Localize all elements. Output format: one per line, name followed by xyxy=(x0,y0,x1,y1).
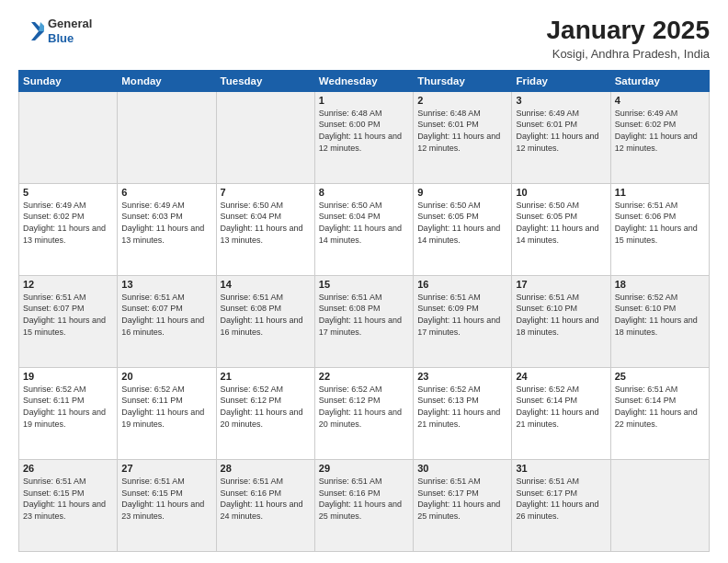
logo-text: General Blue xyxy=(48,17,92,45)
day-number: 18 xyxy=(615,279,705,290)
title-block: January 2025 Kosigi, Andhra Pradesh, Ind… xyxy=(547,17,710,61)
day-info: Sunrise: 6:51 AM Sunset: 6:08 PM Dayligh… xyxy=(319,292,409,338)
calendar-cell: 5Sunrise: 6:49 AM Sunset: 6:02 PM Daylig… xyxy=(19,183,118,275)
day-number: 26 xyxy=(23,463,113,474)
calendar-cell: 31Sunrise: 6:51 AM Sunset: 6:17 PM Dayli… xyxy=(512,459,610,551)
calendar-cell: 4Sunrise: 6:49 AM Sunset: 6:02 PM Daylig… xyxy=(610,91,709,183)
calendar-cell: 26Sunrise: 6:51 AM Sunset: 6:15 PM Dayli… xyxy=(19,459,118,551)
day-info: Sunrise: 6:50 AM Sunset: 6:04 PM Dayligh… xyxy=(221,200,311,246)
calendar-cell: 13Sunrise: 6:51 AM Sunset: 6:07 PM Dayli… xyxy=(118,275,216,367)
day-number: 2 xyxy=(417,95,507,106)
day-info: Sunrise: 6:48 AM Sunset: 6:01 PM Dayligh… xyxy=(417,108,507,154)
calendar-cell: 12Sunrise: 6:51 AM Sunset: 6:07 PM Dayli… xyxy=(19,275,118,367)
day-info: Sunrise: 6:51 AM Sunset: 6:07 PM Dayligh… xyxy=(23,292,113,338)
day-number: 5 xyxy=(23,187,113,198)
logo: General Blue xyxy=(18,17,92,45)
col-header-sunday: Sunday xyxy=(19,70,118,91)
calendar-week-row: 19Sunrise: 6:52 AM Sunset: 6:11 PM Dayli… xyxy=(19,367,710,459)
day-info: Sunrise: 6:51 AM Sunset: 6:10 PM Dayligh… xyxy=(516,292,606,338)
page: General Blue January 2025 Kosigi, Andhra… xyxy=(0,0,728,563)
day-info: Sunrise: 6:50 AM Sunset: 6:04 PM Dayligh… xyxy=(319,200,409,246)
day-number: 10 xyxy=(516,187,606,198)
calendar-cell: 14Sunrise: 6:51 AM Sunset: 6:08 PM Dayli… xyxy=(216,275,314,367)
day-number: 23 xyxy=(417,371,507,382)
calendar-cell: 2Sunrise: 6:48 AM Sunset: 6:01 PM Daylig… xyxy=(414,91,512,183)
calendar-cell: 6Sunrise: 6:49 AM Sunset: 6:03 PM Daylig… xyxy=(118,183,216,275)
day-number: 15 xyxy=(319,279,409,290)
day-number: 9 xyxy=(417,187,507,198)
day-number: 20 xyxy=(121,371,211,382)
day-info: Sunrise: 6:51 AM Sunset: 6:14 PM Dayligh… xyxy=(615,384,705,430)
day-number: 12 xyxy=(23,279,113,290)
day-info: Sunrise: 6:50 AM Sunset: 6:05 PM Dayligh… xyxy=(417,200,507,246)
calendar-cell xyxy=(216,91,314,183)
day-number: 4 xyxy=(615,95,705,106)
calendar-cell: 28Sunrise: 6:51 AM Sunset: 6:16 PM Dayli… xyxy=(216,459,314,551)
calendar-cell: 20Sunrise: 6:52 AM Sunset: 6:11 PM Dayli… xyxy=(118,367,216,459)
day-number: 27 xyxy=(121,463,211,474)
day-info: Sunrise: 6:51 AM Sunset: 6:17 PM Dayligh… xyxy=(516,476,606,522)
day-info: Sunrise: 6:49 AM Sunset: 6:02 PM Dayligh… xyxy=(23,200,113,246)
calendar-cell: 15Sunrise: 6:51 AM Sunset: 6:08 PM Dayli… xyxy=(314,275,413,367)
col-header-tuesday: Tuesday xyxy=(216,70,314,91)
calendar-cell: 18Sunrise: 6:52 AM Sunset: 6:10 PM Dayli… xyxy=(610,275,709,367)
day-number: 16 xyxy=(417,279,507,290)
month-title: January 2025 xyxy=(547,17,710,45)
calendar-cell: 17Sunrise: 6:51 AM Sunset: 6:10 PM Dayli… xyxy=(512,275,610,367)
day-info: Sunrise: 6:52 AM Sunset: 6:11 PM Dayligh… xyxy=(121,384,211,430)
day-number: 30 xyxy=(417,463,507,474)
day-info: Sunrise: 6:51 AM Sunset: 6:16 PM Dayligh… xyxy=(319,476,409,522)
calendar-cell: 19Sunrise: 6:52 AM Sunset: 6:11 PM Dayli… xyxy=(19,367,118,459)
calendar-cell: 29Sunrise: 6:51 AM Sunset: 6:16 PM Dayli… xyxy=(314,459,413,551)
calendar-cell: 24Sunrise: 6:52 AM Sunset: 6:14 PM Dayli… xyxy=(512,367,610,459)
day-info: Sunrise: 6:51 AM Sunset: 6:16 PM Dayligh… xyxy=(221,476,311,522)
day-number: 13 xyxy=(121,279,211,290)
calendar-week-row: 5Sunrise: 6:49 AM Sunset: 6:02 PM Daylig… xyxy=(19,183,710,275)
day-info: Sunrise: 6:48 AM Sunset: 6:00 PM Dayligh… xyxy=(319,108,409,154)
calendar-cell: 21Sunrise: 6:52 AM Sunset: 6:12 PM Dayli… xyxy=(216,367,314,459)
day-number: 17 xyxy=(516,279,606,290)
day-number: 21 xyxy=(221,371,311,382)
calendar-cell: 8Sunrise: 6:50 AM Sunset: 6:04 PM Daylig… xyxy=(314,183,413,275)
day-info: Sunrise: 6:52 AM Sunset: 6:14 PM Dayligh… xyxy=(516,384,606,430)
col-header-friday: Friday xyxy=(512,70,610,91)
day-number: 19 xyxy=(23,371,113,382)
logo-icon xyxy=(18,18,44,44)
calendar-cell: 1Sunrise: 6:48 AM Sunset: 6:00 PM Daylig… xyxy=(314,91,413,183)
calendar-cell xyxy=(610,459,709,551)
day-info: Sunrise: 6:51 AM Sunset: 6:06 PM Dayligh… xyxy=(615,200,705,246)
calendar-cell: 9Sunrise: 6:50 AM Sunset: 6:05 PM Daylig… xyxy=(414,183,512,275)
calendar-cell: 23Sunrise: 6:52 AM Sunset: 6:13 PM Dayli… xyxy=(414,367,512,459)
day-info: Sunrise: 6:50 AM Sunset: 6:05 PM Dayligh… xyxy=(516,200,606,246)
day-number: 8 xyxy=(319,187,409,198)
day-number: 14 xyxy=(221,279,311,290)
col-header-saturday: Saturday xyxy=(610,70,709,91)
day-info: Sunrise: 6:49 AM Sunset: 6:02 PM Dayligh… xyxy=(615,108,705,154)
calendar-header-row: SundayMondayTuesdayWednesdayThursdayFrid… xyxy=(19,70,710,91)
col-header-wednesday: Wednesday xyxy=(314,70,413,91)
header: General Blue January 2025 Kosigi, Andhra… xyxy=(18,17,710,61)
calendar-week-row: 12Sunrise: 6:51 AM Sunset: 6:07 PM Dayli… xyxy=(19,275,710,367)
day-number: 11 xyxy=(615,187,705,198)
calendar-cell: 3Sunrise: 6:49 AM Sunset: 6:01 PM Daylig… xyxy=(512,91,610,183)
calendar-week-row: 26Sunrise: 6:51 AM Sunset: 6:15 PM Dayli… xyxy=(19,459,710,551)
location: Kosigi, Andhra Pradesh, India xyxy=(547,47,710,61)
day-number: 1 xyxy=(319,95,409,106)
logo-blue: Blue xyxy=(48,31,92,46)
day-number: 25 xyxy=(615,371,705,382)
day-info: Sunrise: 6:49 AM Sunset: 6:03 PM Dayligh… xyxy=(121,200,211,246)
day-info: Sunrise: 6:52 AM Sunset: 6:12 PM Dayligh… xyxy=(221,384,311,430)
day-number: 22 xyxy=(319,371,409,382)
day-number: 3 xyxy=(516,95,606,106)
day-info: Sunrise: 6:51 AM Sunset: 6:17 PM Dayligh… xyxy=(417,476,507,522)
calendar-cell: 30Sunrise: 6:51 AM Sunset: 6:17 PM Dayli… xyxy=(414,459,512,551)
calendar: SundayMondayTuesdayWednesdayThursdayFrid… xyxy=(18,70,710,552)
day-info: Sunrise: 6:49 AM Sunset: 6:01 PM Dayligh… xyxy=(516,108,606,154)
day-number: 7 xyxy=(221,187,311,198)
calendar-cell: 10Sunrise: 6:50 AM Sunset: 6:05 PM Dayli… xyxy=(512,183,610,275)
col-header-thursday: Thursday xyxy=(414,70,512,91)
calendar-cell: 11Sunrise: 6:51 AM Sunset: 6:06 PM Dayli… xyxy=(610,183,709,275)
day-info: Sunrise: 6:52 AM Sunset: 6:10 PM Dayligh… xyxy=(615,292,705,338)
day-info: Sunrise: 6:52 AM Sunset: 6:11 PM Dayligh… xyxy=(23,384,113,430)
day-number: 24 xyxy=(516,371,606,382)
